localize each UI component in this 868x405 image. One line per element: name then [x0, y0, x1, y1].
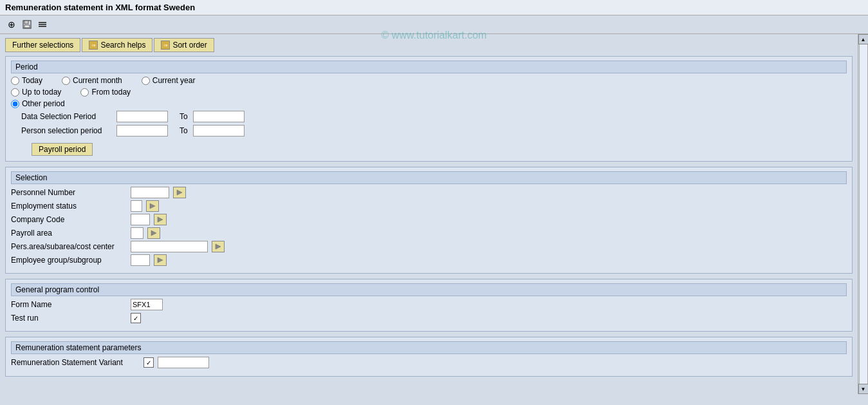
personnel-number-input[interactable] — [131, 187, 169, 198]
radio-other-period-input[interactable] — [11, 100, 19, 108]
data-selection-from-input[interactable] — [116, 111, 168, 122]
remuneration-section-header: Remuneration statement parameters — [11, 341, 847, 354]
company-code-label: Company Code — [11, 215, 127, 224]
svg-rect-1 — [24, 21, 28, 24]
personnel-number-arrow-btn[interactable] — [173, 187, 186, 198]
selection-section-header: Selection — [11, 171, 847, 184]
svg-marker-11 — [158, 258, 163, 263]
period-title: Period — [15, 62, 38, 71]
test-run-row: Test run ✓ — [11, 313, 847, 323]
personnel-number-row: Personnel Number — [11, 187, 847, 198]
radio-other-period-label: Other period — [22, 99, 65, 108]
scroll-down-btn[interactable]: ▼ — [858, 384, 869, 394]
company-code-arrow-btn[interactable] — [154, 214, 167, 225]
period-section-header: Period — [11, 61, 847, 73]
period-radio-row3: Other period — [11, 99, 847, 108]
title-bar: Remuneration statement in XML format Swe… — [0, 0, 868, 15]
sort-order-label: Sort order — [172, 41, 207, 50]
general-program-control-title: General program control — [15, 285, 99, 294]
company-code-row: Company Code — [11, 214, 847, 225]
search-helps-label: Search helps — [100, 41, 145, 50]
remuneration-variant-input[interactable] — [158, 357, 209, 368]
person-selection-to-label: To — [180, 126, 188, 135]
content-area: Further selections ⇒ Search helps ⇒ Sort… — [0, 34, 858, 394]
test-run-label: Test run — [11, 314, 127, 323]
general-program-control-section: General program control Form Name Test r… — [5, 279, 853, 332]
save-icon[interactable] — [21, 18, 33, 31]
radio-other-period[interactable]: Other period — [11, 99, 65, 108]
scroll-up-btn[interactable]: ▲ — [858, 34, 869, 44]
radio-current-month[interactable]: Current month — [62, 76, 122, 85]
person-selection-row: Person selection period To — [11, 125, 847, 137]
radio-from-today-label: From today — [91, 88, 131, 97]
employment-status-label: Employment status — [11, 202, 127, 211]
sort-order-arrow-icon: ⇒ — [161, 41, 170, 50]
pers-area-arrow-btn[interactable] — [212, 241, 225, 252]
pers-area-label: Pers.area/subarea/cost center — [11, 242, 127, 251]
person-selection-to-input[interactable] — [193, 125, 245, 137]
selection-title: Selection — [15, 173, 47, 182]
form-name-input[interactable] — [131, 299, 163, 310]
employee-group-input[interactable] — [131, 254, 150, 266]
radio-up-to-today[interactable]: Up to today — [11, 88, 61, 97]
radio-current-year-label: Current year — [152, 76, 196, 85]
person-selection-label: Person selection period — [21, 126, 111, 135]
radio-from-today-input[interactable] — [80, 88, 89, 97]
tab-further-selections[interactable]: Further selections — [5, 38, 80, 52]
payroll-period-label: Payroll period — [39, 145, 86, 154]
pers-area-row: Pers.area/subarea/cost center — [11, 241, 847, 252]
svg-marker-8 — [158, 217, 163, 222]
radio-current-year[interactable]: Current year — [142, 76, 196, 85]
scrollbar: ▲ ▼ — [858, 34, 868, 394]
employee-group-label: Employee group/subgroup — [11, 256, 127, 265]
period-radio-row2: Up to today From today — [11, 88, 847, 97]
payroll-area-row: Payroll area — [11, 227, 847, 239]
data-selection-to-label: To — [180, 112, 188, 121]
tabs-row: Further selections ⇒ Search helps ⇒ Sort… — [5, 38, 853, 52]
svg-marker-9 — [151, 231, 156, 236]
general-program-control-header: General program control — [11, 283, 847, 296]
radio-today[interactable]: Today — [11, 76, 42, 85]
radio-up-to-today-input[interactable] — [11, 88, 19, 97]
data-selection-row: Data Selection Period To — [11, 111, 847, 122]
radio-current-year-input[interactable] — [142, 77, 150, 85]
nav-icon[interactable] — [36, 18, 49, 31]
app-title: Remuneration statement in XML format Swe… — [5, 3, 195, 12]
svg-rect-3 — [39, 22, 46, 23]
tab-sort-order[interactable]: ⇒ Sort order — [154, 38, 214, 52]
main-content: Further selections ⇒ Search helps ⇒ Sort… — [0, 34, 868, 394]
remuneration-variant-checkbox[interactable]: ✓ — [143, 357, 154, 368]
radio-from-today[interactable]: From today — [80, 88, 131, 97]
remuneration-section: Remuneration statement parameters Remune… — [5, 337, 853, 377]
company-code-input[interactable] — [131, 214, 150, 225]
remuneration-variant-label: Remuneration Statement Variant — [11, 358, 140, 367]
payroll-period-button[interactable]: Payroll period — [32, 143, 93, 156]
selection-section: Selection Personnel Number Employment st… — [5, 167, 853, 274]
employee-group-arrow-btn[interactable] — [154, 254, 167, 266]
form-name-row: Form Name — [11, 299, 847, 310]
radio-current-month-input[interactable] — [62, 77, 70, 85]
remuneration-title: Remuneration statement parameters — [15, 343, 141, 352]
radio-today-label: Today — [22, 76, 42, 85]
svg-marker-10 — [216, 244, 221, 249]
tab-search-helps[interactable]: ⇒ Search helps — [82, 38, 152, 52]
radio-current-month-label: Current month — [73, 76, 122, 85]
svg-rect-2 — [24, 25, 30, 28]
payroll-area-input[interactable] — [131, 227, 143, 239]
radio-up-to-today-label: Up to today — [22, 88, 61, 97]
employment-status-arrow-btn[interactable] — [146, 200, 159, 212]
radio-today-input[interactable] — [11, 77, 19, 85]
employment-status-input[interactable] — [131, 200, 142, 212]
globe-icon[interactable]: ⊕ — [5, 18, 18, 31]
payroll-area-arrow-btn[interactable] — [147, 227, 160, 239]
employee-group-row: Employee group/subgroup — [11, 254, 847, 266]
further-selections-label: Further selections — [12, 41, 73, 50]
data-selection-to-input[interactable] — [193, 111, 245, 122]
test-run-checkbox[interactable]: ✓ — [131, 313, 141, 323]
person-selection-from-input[interactable] — [116, 125, 168, 137]
personnel-number-label: Personnel Number — [11, 188, 127, 197]
data-selection-label: Data Selection Period — [21, 112, 111, 121]
period-section: Period Today Current month Current year — [5, 56, 853, 162]
svg-marker-7 — [150, 203, 155, 209]
pers-area-input[interactable] — [131, 241, 208, 252]
